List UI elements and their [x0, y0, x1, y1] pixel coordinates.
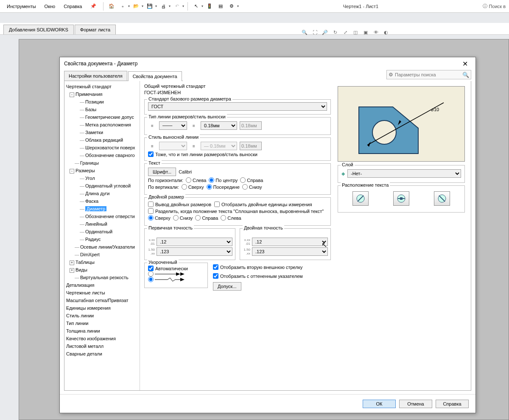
- tree-radius[interactable]: —Радиус: [66, 235, 140, 243]
- tree-angle[interactable]: —Угол: [66, 174, 140, 182]
- tree-tables[interactable]: Таблицы: [76, 260, 95, 265]
- section-icon[interactable]: ◫: [351, 28, 360, 36]
- tree-annotations[interactable]: Примечания: [76, 92, 103, 97]
- tree-detailing[interactable]: Детализация: [66, 281, 140, 289]
- select-icon[interactable]: ↖: [191, 2, 201, 11]
- tree-drafting-std[interactable]: Чертежный стандарт: [66, 83, 140, 90]
- appearance-icon[interactable]: ◐: [382, 28, 390, 36]
- pan-icon[interactable]: ⤢: [341, 28, 350, 36]
- dual-right[interactable]: Справа: [195, 215, 218, 221]
- tree-line-font[interactable]: Тип линии: [66, 319, 140, 327]
- text-pos-1[interactable]: [352, 191, 369, 206]
- gear-icon[interactable]: ⚙: [227, 2, 236, 11]
- collapse-icon[interactable]: -: [70, 169, 74, 174]
- hide-icon[interactable]: 👁: [372, 28, 380, 36]
- tolerance-button[interactable]: Допуск...: [213, 282, 241, 291]
- dual-split-check[interactable]: Разделить, когда положение текста "Сплош…: [148, 208, 327, 214]
- tree-image-quality[interactable]: Качество изображения: [66, 335, 140, 342]
- menu-help[interactable]: Справка: [60, 2, 85, 11]
- save-icon[interactable]: 💾: [145, 2, 154, 11]
- dual-left[interactable]: Слева: [221, 215, 241, 221]
- shaded-leader-check[interactable]: Отобразить с оттененным указателем: [213, 273, 331, 279]
- same-as-leader-check[interactable]: Тоже, что и тип линии размеров/стиль вын…: [148, 151, 327, 157]
- options-search[interactable]: ⚙ 🔍: [386, 70, 471, 79]
- tree-ordinate[interactable]: —Ординатный: [66, 228, 140, 235]
- home-icon[interactable]: 🏠: [107, 2, 116, 11]
- zoom-area-icon[interactable]: ⛶: [310, 28, 319, 36]
- tree-views[interactable]: Виды: [76, 267, 87, 272]
- collapse-icon[interactable]: -: [70, 92, 74, 97]
- pin-icon[interactable]: 📌: [87, 3, 100, 9]
- list-icon[interactable]: ▤: [216, 2, 225, 11]
- tree-diameter[interactable]: —Диаметр: [66, 205, 140, 213]
- tree-chamfer[interactable]: —Фаска: [66, 197, 140, 205]
- line-style-select[interactable]: ───: [159, 121, 187, 130]
- cancel-button[interactable]: Отмена: [399, 400, 432, 408]
- text-pos-2[interactable]: [393, 191, 409, 206]
- tree-line-style[interactable]: Стиль линии: [66, 312, 140, 319]
- tab-addins[interactable]: Добавления SOLIDWORKS: [3, 25, 74, 34]
- tree-location[interactable]: —Метка расположения: [66, 121, 140, 129]
- zoom-icon[interactable]: 🔍: [300, 28, 309, 36]
- tree-balloons[interactable]: —Позиции: [66, 98, 140, 106]
- search-input[interactable]: [395, 72, 462, 77]
- line-thick-select[interactable]: 0.18мм: [201, 121, 237, 130]
- h-left[interactable]: Слева: [186, 177, 206, 183]
- v-bottom[interactable]: Снизу: [242, 184, 262, 190]
- tree-borders[interactable]: —Границы: [66, 159, 140, 167]
- h-center[interactable]: По центру: [209, 177, 238, 183]
- dual-units-check[interactable]: Отобразить двойные единицы измерения: [214, 202, 312, 207]
- v-top[interactable]: Сверху: [182, 184, 204, 190]
- text-pos-3[interactable]: [434, 191, 450, 206]
- tree-dimensions[interactable]: Размеры: [76, 168, 95, 173]
- short-style2[interactable]: [148, 277, 204, 282]
- short-auto-check[interactable]: Автоматически: [148, 266, 204, 271]
- display-icon[interactable]: ▣: [361, 28, 370, 36]
- dual-bottom[interactable]: Снизу: [173, 215, 193, 221]
- tab-user-settings[interactable]: Настройки пользователя: [64, 71, 127, 81]
- menu-tools[interactable]: Инструменты: [3, 2, 39, 11]
- prec2-tol[interactable]: .123: [252, 247, 328, 256]
- tab-sheet-format[interactable]: Формат листа: [75, 25, 116, 34]
- tree-line-thick[interactable]: Толщина линии: [66, 327, 140, 335]
- tab-doc-properties[interactable]: Свойства документа: [128, 71, 182, 81]
- tree-weldments[interactable]: Сварные детали: [66, 350, 140, 358]
- short-style1[interactable]: [148, 271, 204, 277]
- base-std-select[interactable]: ГОСТ: [148, 102, 327, 111]
- new-icon[interactable]: ▫: [118, 2, 127, 11]
- prec1-tol[interactable]: .123: [157, 247, 232, 256]
- tree-weld[interactable]: —Обозначение сварного: [66, 151, 140, 159]
- layer-select[interactable]: -Нет-: [347, 169, 461, 178]
- stoplight-icon[interactable]: 🚦: [205, 2, 214, 11]
- close-icon[interactable]: ✕: [459, 59, 471, 69]
- tree-surface[interactable]: —Шероховатости поверх: [66, 144, 140, 151]
- rotate-icon[interactable]: ↻: [331, 28, 339, 36]
- tree-revision[interactable]: —Облака редакций: [66, 136, 140, 144]
- print-icon[interactable]: 🖨: [159, 2, 168, 11]
- help-button[interactable]: Справка: [436, 400, 469, 408]
- tree-gtol[interactable]: —Геометрические допус: [66, 113, 140, 121]
- tree-virtual-sharp[interactable]: —Виртуальная резкость: [66, 274, 140, 281]
- menu-window[interactable]: Окно: [41, 2, 59, 11]
- prec1-unit[interactable]: .12: [157, 238, 232, 246]
- tree-linear[interactable]: —Линейный: [66, 220, 140, 228]
- tree-notes[interactable]: —Заметки: [66, 129, 140, 136]
- tree-arc[interactable]: —Длина дуги: [66, 190, 140, 197]
- prec2-unit[interactable]: .12: [252, 238, 328, 246]
- expand-icon[interactable]: +: [70, 268, 74, 273]
- h-right[interactable]: Справа: [240, 177, 263, 183]
- tree-drawing-sheets[interactable]: Чертежные листы: [66, 289, 140, 297]
- help-search[interactable]: ⓘПоиск в: [483, 3, 506, 9]
- expand-icon[interactable]: +: [70, 260, 74, 265]
- open-icon[interactable]: 📂: [131, 2, 141, 11]
- tree-units[interactable]: Единицы измерения: [66, 304, 140, 312]
- tree-sheet-metal[interactable]: Листовой металл: [66, 342, 140, 350]
- dual-top[interactable]: Сверху: [148, 215, 171, 221]
- undo-icon[interactable]: ↶: [172, 2, 182, 11]
- font-button[interactable]: Шрифт...: [148, 168, 176, 176]
- zoom-fit-icon[interactable]: 🔎: [321, 28, 329, 36]
- tree-datums[interactable]: —Базы: [66, 106, 140, 113]
- ok-button[interactable]: ОК: [363, 400, 396, 408]
- tree-hole[interactable]: —Обозначение отверсти: [66, 213, 140, 220]
- v-middle[interactable]: Посередине: [207, 184, 240, 190]
